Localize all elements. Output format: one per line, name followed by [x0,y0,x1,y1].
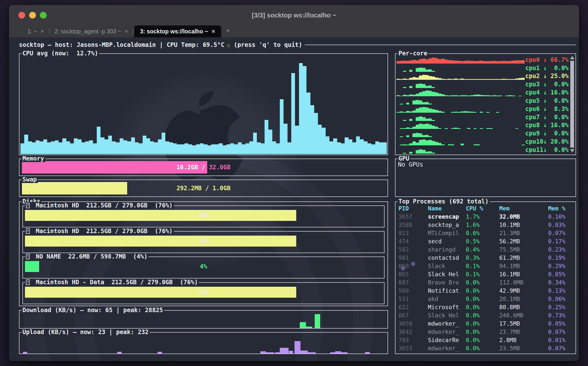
process-mempct: 0.05% [548,320,574,328]
cpu-avg-bar [257,142,261,154]
disk-pct-label: 76% [25,236,382,247]
core-spark-bar [419,100,422,104]
core-spark-bar [522,60,525,64]
process-row[interactable]: 703SidecarRe0.0%2.8MB0.01% [398,336,574,344]
core-spark-bar [406,103,409,104]
core-spark-bar [435,127,438,129]
process-row[interactable]: 3588socktop_a1.6%10.1MB0.03% [398,221,574,229]
process-name: contactsd [428,254,466,262]
cpu-avg-bar [364,141,368,154]
cpu-avg-bar [169,142,173,154]
core-spark-bar [416,133,419,137]
core-spark-bar [512,61,515,63]
minimize-window-button[interactable] [29,12,36,19]
process-row[interactable]: 531akd0.0%20.1MB0.06% [398,295,574,303]
core-sparkline [396,113,525,121]
process-mem: 42.9MB [499,287,548,295]
process-row[interactable]: 3642mdworker_0.0%23.7MB0.07% [398,328,574,336]
memory-panel: Memory 16.2GB / 32.0GB [19,159,388,176]
core-spark-bar [432,141,435,145]
zoom-window-button[interactable] [40,12,47,19]
core-sparkline [396,64,525,72]
tab-2[interactable]: 2: socktop_agent -p 303 ~ × [50,25,133,37]
process-name: Brave Bro [428,278,466,287]
core-row: cpu7 ↓ 0.0% [396,113,569,121]
scroll-up-icon[interactable] [570,56,575,59]
process-row[interactable]: 865Slack Hel0.1%16.1MB0.05% [398,270,574,278]
tab-1-close-icon[interactable]: × [41,28,44,35]
disk-list: ? Macintosh HD 212.5GB / 279.0GB (76%)76… [22,205,385,304]
core-sparkline [396,104,525,113]
process-row[interactable]: 3659mdworker_0.0%17.5MB0.05% [398,320,574,328]
core-spark-bar [477,94,480,96]
process-mempct: 0.34% [548,278,574,287]
cpu-avg-bar [265,120,268,154]
core-spark-bar [425,59,429,63]
new-tab-button[interactable]: + [221,27,231,36]
process-name: mdworker_ [428,344,466,353]
cpu-avg-bar [66,141,70,154]
core-spark-bar [422,59,425,64]
process-row[interactable]: 887Brave Bro0.0%112.0MB0.34% [398,278,574,287]
core-spark-bar [416,125,419,129]
scroll-down-icon[interactable] [570,149,575,153]
cpu-avg-bar [47,142,51,154]
download-chart [20,312,387,328]
cpu-avg-bar [272,141,276,154]
process-row[interactable]: 981contactsd0.3%61.2MB0.19% [398,254,574,262]
memory-meter: 16.2GB / 32.0GB [22,161,385,174]
host-status-text: socktop — host: Jasons-MBP.localdomain |… [19,41,224,48]
process-cpu: 0.3% [466,254,499,262]
cpu-avg-bar [268,130,272,154]
core-spark-bar [400,61,403,64]
disk-meter: 4% [25,261,382,272]
process-row[interactable]: 560Notificat0.0%42.9MB0.13% [398,287,574,295]
process-row[interactable]: 860Slack0.1%94.1MB0.29% [398,262,574,270]
process-mem: 112.0MB [499,278,548,287]
process-row[interactable]: 622Microsoft0.0%80.8MB0.25% [398,303,574,311]
core-spark-bar [416,84,419,88]
process-row[interactable]: 474secd0.5%56.2MB0.17% [398,237,574,246]
tab-1[interactable]: 1: ~ × [23,25,49,37]
tab-2-close-icon[interactable]: × [125,28,128,35]
core-spark-bar [422,124,425,129]
core-spark-bar [522,78,525,80]
core-spark-bar [422,107,425,113]
process-mempct: 0.07% [548,328,574,336]
cpu-avg-bar [97,127,100,154]
gpu-panel: GPU No GPUs [395,159,576,197]
core-spark-bar [416,60,419,64]
process-row[interactable]: 3657screencap1.7%32.0MB0.10% [398,213,574,221]
core-spark-bar [422,91,425,96]
tab-3-active[interactable]: 3: socktop ws://localho ~ × [134,25,221,37]
disk-item-title: ? NO NAME 22.6MB / 598.7MB (4%) [25,253,148,260]
process-row[interactable]: 913MTLCompil0.6%21.3MB0.07% [398,229,574,237]
process-name: screencap [428,213,466,221]
core-spark-bar [461,61,464,64]
process-pid: 867 [398,311,428,320]
cpu-avg-bar [360,139,364,154]
core-label: cpu8 ↓ 16.0% [525,121,569,129]
disk-icon: ? [26,254,30,259]
per-core-scrollbar[interactable] [570,56,574,153]
process-row[interactable]: 582sharingd0.4%75.5MB0.23% [398,246,574,254]
cpu-avg-bar [299,63,303,154]
process-pid: 3642 [398,328,428,336]
tab-3-close-icon[interactable]: × [212,28,215,35]
scrollbar-thumb[interactable] [570,61,574,148]
core-spark-bar [409,78,412,80]
close-window-button[interactable] [18,12,25,19]
disk-pct-label: 4% [25,261,382,272]
process-mempct: 0.03% [548,221,574,229]
core-spark-bar [409,119,412,121]
process-row[interactable]: 3653mdworker_0.0%23.5MB0.07% [398,344,574,353]
cpu-avg-bar [139,143,142,154]
core-spark-bar [416,94,419,96]
process-mem: 23.5MB [499,344,548,353]
process-cpu: 0.0% [466,295,499,303]
process-mempct: 0.01% [548,336,574,344]
core-spark-bar [416,143,419,145]
cpu-avg-bar [249,141,253,154]
process-row[interactable]: 867Slack Hel0.0%240.6MB0.73% [398,311,574,320]
core-spark-bar [412,60,416,64]
